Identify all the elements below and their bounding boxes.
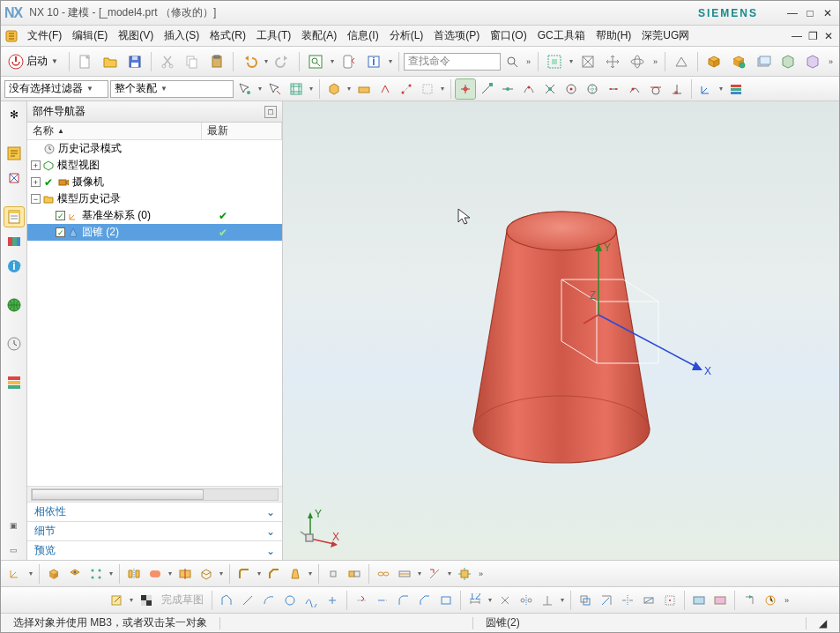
redo-button[interactable]	[271, 50, 294, 73]
expand-toggle[interactable]: +	[31, 160, 41, 170]
snap-exist-button[interactable]	[604, 79, 623, 99]
menu-analyze[interactable]: 分析(L)	[384, 26, 429, 45]
fillet-button[interactable]	[394, 591, 413, 610]
pattern-button[interactable]	[86, 564, 106, 584]
hole-button[interactable]	[65, 564, 85, 584]
sketch-overflow[interactable]: »	[782, 596, 792, 605]
undo-button[interactable]	[238, 50, 261, 73]
assembly2-button[interactable]	[727, 50, 750, 73]
menu-assembly[interactable]: 装配(A)	[296, 26, 342, 45]
col-name[interactable]: 名称▲	[27, 123, 202, 139]
info-button[interactable]: i	[362, 50, 385, 73]
new-button[interactable]	[74, 50, 97, 73]
show-const-button[interactable]	[710, 591, 730, 610]
spline-button[interactable]	[301, 591, 321, 610]
snap-end-button[interactable]	[477, 79, 496, 99]
cone-model[interactable]: Y X Z	[394, 147, 729, 500]
draft-button[interactable]	[286, 564, 305, 584]
menu-tools[interactable]: 工具(T)	[251, 26, 296, 45]
trim-body-button[interactable]	[670, 50, 693, 73]
menu-edit[interactable]: 编辑(E)	[67, 26, 113, 45]
menu-insert[interactable]: 插入(S)	[159, 26, 204, 45]
tree-model-views[interactable]: + 模型视图	[27, 157, 282, 174]
navigator-tree[interactable]: 历史记录模式 + 模型视图 + ✔ 摄像机 − 模型历史记录	[27, 140, 282, 486]
settings-icon[interactable]: ✻	[4, 105, 24, 124]
maximize-button[interactable]: □	[802, 6, 818, 20]
offset-button[interactable]	[576, 591, 595, 610]
collapse-toggle[interactable]: −	[31, 194, 41, 204]
tree-model-history[interactable]: − 模型历史记录	[27, 190, 282, 207]
circle-button[interactable]	[280, 591, 300, 610]
sel-btn-4[interactable]	[324, 79, 344, 99]
sel-dd-1[interactable]: ▾	[256, 85, 264, 93]
info-dropdown[interactable]: ▾	[387, 57, 394, 65]
snap-quad-button[interactable]	[583, 79, 602, 99]
constraint-button[interactable]	[425, 564, 444, 584]
show-dim-button[interactable]	[689, 591, 709, 610]
close-button[interactable]: ✕	[820, 6, 836, 20]
arc-button[interactable]	[259, 591, 279, 610]
section-dependency[interactable]: 相依性⌄	[27, 502, 282, 521]
project-button[interactable]	[597, 591, 616, 610]
view-overflow[interactable]: »	[650, 57, 660, 66]
sel-dd-4[interactable]: ▾	[346, 85, 353, 93]
visibility-checkbox[interactable]	[56, 227, 65, 237]
reuse-library-tab[interactable]	[4, 232, 24, 251]
wcs-button[interactable]	[696, 79, 716, 99]
datum-button[interactable]	[6, 564, 26, 584]
snap-perp-button[interactable]	[667, 79, 687, 99]
section-preview[interactable]: 预览⌄	[27, 540, 282, 560]
sel-btn-1[interactable]	[235, 79, 255, 99]
link-button[interactable]	[374, 564, 393, 584]
undo-dropdown[interactable]: ▾	[263, 57, 270, 65]
rect-button[interactable]	[436, 591, 456, 610]
res-nav-icon[interactable]	[4, 144, 24, 163]
graphics-viewport[interactable]: Y X Z Y X	[283, 101, 839, 560]
assembly5-button[interactable]	[801, 50, 824, 73]
menu-help[interactable]: 帮助(H)	[591, 26, 637, 45]
cf-dropdown[interactable]: ▾	[329, 57, 336, 65]
assembly1-button[interactable]	[702, 50, 725, 73]
point-button[interactable]	[323, 591, 342, 610]
view-triad[interactable]: Y X	[297, 505, 341, 549]
mirror-curve-button[interactable]	[618, 591, 637, 610]
sk-chamfer-button[interactable]	[415, 591, 435, 610]
sel-btn-6[interactable]	[375, 79, 395, 99]
sel-btn-7[interactable]	[397, 79, 416, 99]
geo-constraint-button[interactable]	[495, 591, 515, 610]
menu-gctools[interactable]: GC工具箱	[532, 26, 591, 45]
doc-restore-button[interactable]: ❐	[806, 29, 820, 43]
cut-button[interactable]	[156, 50, 179, 73]
convert-button[interactable]	[740, 591, 759, 610]
start-button[interactable]: 启动 ▼	[4, 50, 64, 73]
navigator-pin-button[interactable]: □	[264, 106, 277, 118]
collapse-icon[interactable]: ▣	[4, 516, 24, 535]
snap-center-button[interactable]	[561, 79, 581, 99]
intersect-button[interactable]	[639, 591, 658, 610]
command-finder-button[interactable]	[304, 50, 327, 73]
paste-button[interactable]	[205, 50, 228, 73]
assembly4-button[interactable]	[777, 50, 799, 73]
menu-format[interactable]: 格式(R)	[204, 26, 251, 45]
tree-history-mode[interactable]: 历史记录模式	[27, 140, 282, 157]
snap-enable-button[interactable]	[456, 79, 475, 99]
system-tab[interactable]	[4, 373, 24, 392]
snap-ctrl-button[interactable]	[519, 79, 539, 99]
doc-close-button[interactable]: ✕	[821, 29, 836, 43]
menu-info[interactable]: 信息(I)	[342, 26, 383, 45]
assembly-filter-dropdown[interactable]: 整个装配▼	[110, 80, 234, 98]
sel-btn-2[interactable]	[265, 79, 285, 99]
expand-toggle[interactable]: +	[31, 177, 41, 187]
profile-button[interactable]	[217, 591, 236, 610]
finish-sketch-button[interactable]	[137, 591, 156, 610]
toolbar-overflow[interactable]: »	[524, 57, 533, 66]
snap-intersect-button[interactable]	[540, 79, 560, 99]
mirror-button[interactable]	[124, 564, 144, 584]
navigator-hscroll[interactable]	[27, 486, 282, 502]
tree-datum-csys[interactable]: 基准坐标系 (0) ✔	[27, 207, 282, 224]
assembly3-button[interactable]	[752, 50, 775, 73]
add-existing-button[interactable]	[660, 591, 680, 610]
shell-button[interactable]	[197, 564, 216, 584]
minimize-button[interactable]: —	[784, 6, 800, 20]
snap-tangent-button[interactable]	[646, 79, 665, 99]
